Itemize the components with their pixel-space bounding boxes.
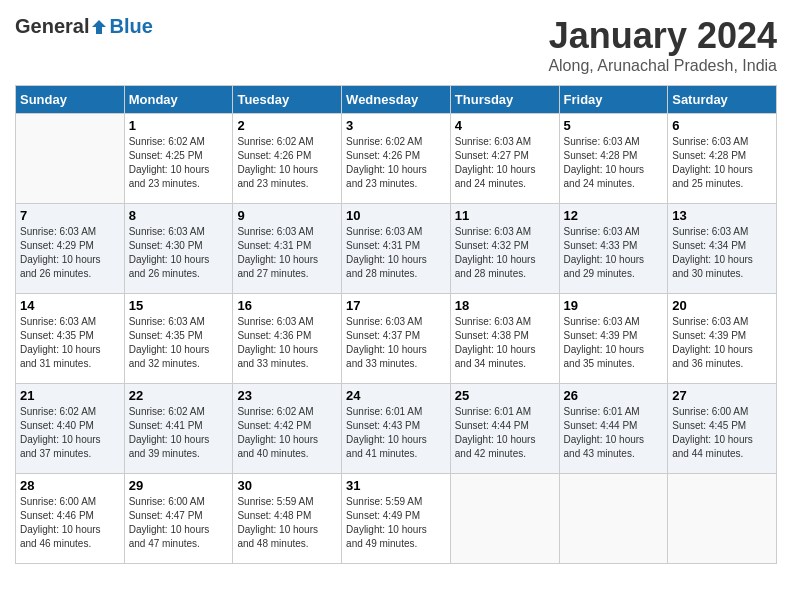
week-row-4: 21Sunrise: 6:02 AMSunset: 4:40 PMDayligh… (16, 384, 777, 474)
day-info: Sunrise: 6:00 AMSunset: 4:47 PMDaylight:… (129, 495, 229, 551)
calendar-table: SundayMondayTuesdayWednesdayThursdayFrid… (15, 85, 777, 564)
day-number: 5 (564, 118, 664, 133)
title-area: January 2024 Along, Arunachal Pradesh, I… (548, 15, 777, 75)
day-number: 7 (20, 208, 120, 223)
day-info: Sunrise: 6:00 AMSunset: 4:45 PMDaylight:… (672, 405, 772, 461)
day-number: 12 (564, 208, 664, 223)
day-info: Sunrise: 6:03 AMSunset: 4:39 PMDaylight:… (564, 315, 664, 371)
day-info: Sunrise: 6:03 AMSunset: 4:37 PMDaylight:… (346, 315, 446, 371)
day-info: Sunrise: 6:03 AMSunset: 4:36 PMDaylight:… (237, 315, 337, 371)
calendar-cell: 9Sunrise: 6:03 AMSunset: 4:31 PMDaylight… (233, 204, 342, 294)
day-info: Sunrise: 6:02 AMSunset: 4:41 PMDaylight:… (129, 405, 229, 461)
day-number: 1 (129, 118, 229, 133)
day-info: Sunrise: 6:02 AMSunset: 4:26 PMDaylight:… (237, 135, 337, 191)
day-info: Sunrise: 6:03 AMSunset: 4:35 PMDaylight:… (20, 315, 120, 371)
day-number: 21 (20, 388, 120, 403)
day-info: Sunrise: 6:03 AMSunset: 4:39 PMDaylight:… (672, 315, 772, 371)
logo-blue: Blue (109, 15, 152, 38)
calendar-cell: 21Sunrise: 6:02 AMSunset: 4:40 PMDayligh… (16, 384, 125, 474)
day-number: 24 (346, 388, 446, 403)
svg-marker-0 (92, 20, 106, 34)
month-title: January 2024 (548, 15, 777, 57)
day-number: 29 (129, 478, 229, 493)
day-info: Sunrise: 6:03 AMSunset: 4:31 PMDaylight:… (346, 225, 446, 281)
day-header-friday: Friday (559, 86, 668, 114)
calendar-cell: 19Sunrise: 6:03 AMSunset: 4:39 PMDayligh… (559, 294, 668, 384)
day-number: 20 (672, 298, 772, 313)
day-info: Sunrise: 6:03 AMSunset: 4:27 PMDaylight:… (455, 135, 555, 191)
day-number: 17 (346, 298, 446, 313)
day-number: 26 (564, 388, 664, 403)
calendar-cell: 1Sunrise: 6:02 AMSunset: 4:25 PMDaylight… (124, 114, 233, 204)
calendar-cell: 22Sunrise: 6:02 AMSunset: 4:41 PMDayligh… (124, 384, 233, 474)
day-info: Sunrise: 6:00 AMSunset: 4:46 PMDaylight:… (20, 495, 120, 551)
calendar-cell: 26Sunrise: 6:01 AMSunset: 4:44 PMDayligh… (559, 384, 668, 474)
day-info: Sunrise: 6:03 AMSunset: 4:35 PMDaylight:… (129, 315, 229, 371)
day-info: Sunrise: 6:03 AMSunset: 4:31 PMDaylight:… (237, 225, 337, 281)
week-row-3: 14Sunrise: 6:03 AMSunset: 4:35 PMDayligh… (16, 294, 777, 384)
calendar-cell (16, 114, 125, 204)
day-number: 8 (129, 208, 229, 223)
logo-general: General (15, 15, 89, 38)
day-header-sunday: Sunday (16, 86, 125, 114)
calendar-cell: 2Sunrise: 6:02 AMSunset: 4:26 PMDaylight… (233, 114, 342, 204)
day-info: Sunrise: 6:03 AMSunset: 4:28 PMDaylight:… (672, 135, 772, 191)
day-number: 23 (237, 388, 337, 403)
calendar-cell: 11Sunrise: 6:03 AMSunset: 4:32 PMDayligh… (450, 204, 559, 294)
day-number: 19 (564, 298, 664, 313)
day-number: 27 (672, 388, 772, 403)
calendar-cell (559, 474, 668, 564)
calendar-cell: 5Sunrise: 6:03 AMSunset: 4:28 PMDaylight… (559, 114, 668, 204)
calendar-cell: 7Sunrise: 6:03 AMSunset: 4:29 PMDaylight… (16, 204, 125, 294)
calendar-cell: 14Sunrise: 6:03 AMSunset: 4:35 PMDayligh… (16, 294, 125, 384)
calendar-header-row: SundayMondayTuesdayWednesdayThursdayFrid… (16, 86, 777, 114)
calendar-cell: 6Sunrise: 6:03 AMSunset: 4:28 PMDaylight… (668, 114, 777, 204)
calendar-cell: 24Sunrise: 6:01 AMSunset: 4:43 PMDayligh… (342, 384, 451, 474)
day-info: Sunrise: 6:02 AMSunset: 4:26 PMDaylight:… (346, 135, 446, 191)
day-info: Sunrise: 6:03 AMSunset: 4:34 PMDaylight:… (672, 225, 772, 281)
day-number: 6 (672, 118, 772, 133)
day-info: Sunrise: 6:03 AMSunset: 4:38 PMDaylight:… (455, 315, 555, 371)
day-info: Sunrise: 6:03 AMSunset: 4:32 PMDaylight:… (455, 225, 555, 281)
calendar-cell (450, 474, 559, 564)
day-number: 18 (455, 298, 555, 313)
calendar-cell: 30Sunrise: 5:59 AMSunset: 4:48 PMDayligh… (233, 474, 342, 564)
day-info: Sunrise: 6:03 AMSunset: 4:30 PMDaylight:… (129, 225, 229, 281)
calendar-cell: 10Sunrise: 6:03 AMSunset: 4:31 PMDayligh… (342, 204, 451, 294)
day-info: Sunrise: 6:02 AMSunset: 4:42 PMDaylight:… (237, 405, 337, 461)
day-info: Sunrise: 6:01 AMSunset: 4:44 PMDaylight:… (564, 405, 664, 461)
calendar-cell: 16Sunrise: 6:03 AMSunset: 4:36 PMDayligh… (233, 294, 342, 384)
calendar-body: 1Sunrise: 6:02 AMSunset: 4:25 PMDaylight… (16, 114, 777, 564)
calendar-cell: 25Sunrise: 6:01 AMSunset: 4:44 PMDayligh… (450, 384, 559, 474)
calendar-cell: 18Sunrise: 6:03 AMSunset: 4:38 PMDayligh… (450, 294, 559, 384)
day-number: 25 (455, 388, 555, 403)
day-number: 2 (237, 118, 337, 133)
logo-icon (90, 18, 108, 36)
calendar-cell: 20Sunrise: 6:03 AMSunset: 4:39 PMDayligh… (668, 294, 777, 384)
day-info: Sunrise: 6:03 AMSunset: 4:28 PMDaylight:… (564, 135, 664, 191)
day-info: Sunrise: 5:59 AMSunset: 4:49 PMDaylight:… (346, 495, 446, 551)
day-info: Sunrise: 6:03 AMSunset: 4:33 PMDaylight:… (564, 225, 664, 281)
week-row-2: 7Sunrise: 6:03 AMSunset: 4:29 PMDaylight… (16, 204, 777, 294)
day-number: 31 (346, 478, 446, 493)
calendar-cell: 23Sunrise: 6:02 AMSunset: 4:42 PMDayligh… (233, 384, 342, 474)
week-row-5: 28Sunrise: 6:00 AMSunset: 4:46 PMDayligh… (16, 474, 777, 564)
day-info: Sunrise: 6:03 AMSunset: 4:29 PMDaylight:… (20, 225, 120, 281)
day-number: 14 (20, 298, 120, 313)
calendar-cell: 13Sunrise: 6:03 AMSunset: 4:34 PMDayligh… (668, 204, 777, 294)
day-info: Sunrise: 6:01 AMSunset: 4:43 PMDaylight:… (346, 405, 446, 461)
week-row-1: 1Sunrise: 6:02 AMSunset: 4:25 PMDaylight… (16, 114, 777, 204)
page-header: General Blue January 2024 Along, Arunach… (15, 15, 777, 75)
day-header-monday: Monday (124, 86, 233, 114)
day-header-thursday: Thursday (450, 86, 559, 114)
day-info: Sunrise: 5:59 AMSunset: 4:48 PMDaylight:… (237, 495, 337, 551)
calendar-cell: 15Sunrise: 6:03 AMSunset: 4:35 PMDayligh… (124, 294, 233, 384)
day-number: 13 (672, 208, 772, 223)
calendar-cell: 12Sunrise: 6:03 AMSunset: 4:33 PMDayligh… (559, 204, 668, 294)
day-number: 11 (455, 208, 555, 223)
day-number: 30 (237, 478, 337, 493)
location: Along, Arunachal Pradesh, India (548, 57, 777, 75)
day-info: Sunrise: 6:02 AMSunset: 4:40 PMDaylight:… (20, 405, 120, 461)
calendar-cell: 27Sunrise: 6:00 AMSunset: 4:45 PMDayligh… (668, 384, 777, 474)
day-number: 22 (129, 388, 229, 403)
